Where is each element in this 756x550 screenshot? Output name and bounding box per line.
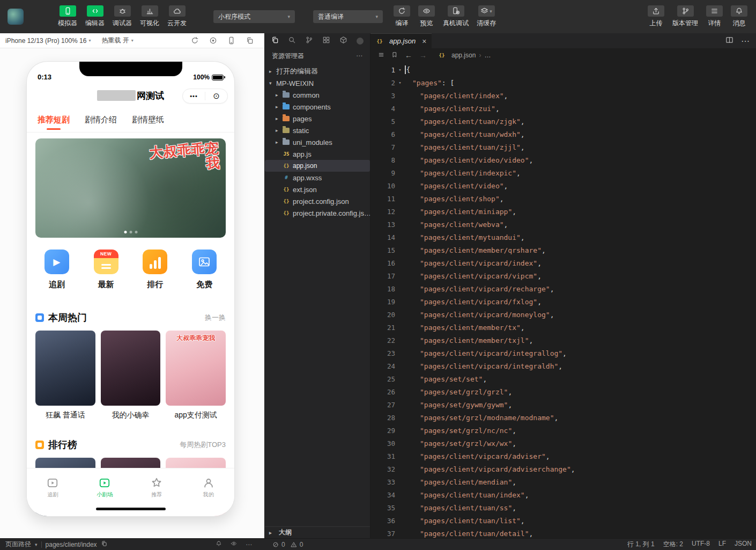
more-dots-icon[interactable]: ••• (183, 93, 205, 99)
shuffle-link[interactable]: 换一换 (205, 313, 226, 322)
quick-ranking[interactable]: 排行 (131, 250, 180, 290)
cloud-dev-button[interactable]: 云开发 (167, 5, 187, 28)
tabbar-follow-drama[interactable]: 追剧 (27, 477, 79, 498)
bookmark-icon[interactable] (391, 52, 398, 60)
search-view-icon[interactable] (288, 36, 296, 46)
upload-button[interactable]: 上传 (648, 5, 664, 28)
code-line: 14 pages/client/mytuandui (370, 231, 756, 244)
tree-file-project-private-config[interactable]: {}project.private.config.js… (265, 207, 370, 219)
tab-app-json[interactable]: {} app.json × (370, 33, 432, 48)
tree-folder-pages[interactable]: ▸pages (265, 113, 370, 124)
encoding[interactable]: UTF-8 (692, 540, 710, 549)
version-manage-label: 版本管理 (672, 19, 698, 28)
simulator-button[interactable]: 模拟器 (58, 5, 77, 28)
outline-section[interactable]: ▸ 大纲 (265, 526, 370, 538)
tabbar-mini-theater[interactable]: 小剧场 (79, 477, 131, 498)
drama-card[interactable]: 大叔乖乖宠我 app支付测试 (166, 331, 226, 420)
debugger-button[interactable]: 调试器 (113, 5, 132, 28)
git-view-icon[interactable] (305, 36, 313, 46)
refresh-simulator-icon[interactable] (191, 36, 199, 45)
device-debug-button[interactable]: 真机调试 (443, 5, 469, 28)
target-close-icon[interactable]: ⊙ (205, 91, 227, 101)
code-editor[interactable]: 1 ▾ { 2 ▾ "pages": [ 3 pages/client/in (370, 62, 756, 538)
tab-plot-intro[interactable]: 剧情介绍 (85, 115, 117, 125)
more-actions-icon[interactable]: ⋯ (741, 36, 750, 46)
clear-cache-button[interactable]: ▾ 清缓存 (477, 5, 496, 28)
messages-button[interactable]: 消息 (731, 5, 747, 28)
line-number: 24 (370, 362, 395, 370)
tabbar-recommend[interactable]: 推荐 (131, 477, 183, 498)
forward-icon[interactable]: → (419, 51, 427, 60)
compile-mode-select[interactable]: 普通编译 ▾ (313, 10, 383, 23)
tree-label: components (293, 103, 331, 111)
close-tab-icon[interactable]: × (422, 37, 426, 46)
fold-icon[interactable]: ▾ (395, 67, 405, 72)
editor-button[interactable]: 编辑器 (85, 5, 105, 28)
drama-card[interactable]: 狂飙 普通话 (35, 331, 95, 420)
indent-setting[interactable]: 空格: 2 (663, 540, 683, 549)
device-select[interactable]: iPhone 12/13 (Pro) 100% 16 (5, 37, 86, 45)
extensions-view-icon[interactable] (339, 36, 347, 46)
fold-icon[interactable]: ▾ (395, 80, 405, 85)
weekly-top3-link[interactable]: 每周热剧TOP3 (180, 440, 226, 450)
compile-button[interactable]: 编译 (394, 5, 410, 28)
tree-open-editors[interactable]: ▸打开的编辑器 (265, 65, 370, 77)
drama-card[interactable]: 我的小确幸 (101, 331, 161, 420)
problems-indicator[interactable]: 0 0 (272, 541, 303, 548)
notify-icon[interactable] (216, 540, 222, 548)
tree-label: MP-WEIXIN (276, 79, 314, 87)
quick-newest[interactable]: NEW 最新 (81, 250, 131, 290)
tree-file-app-js[interactable]: JSapp.js (265, 148, 370, 160)
back-icon[interactable]: ← (405, 51, 412, 60)
quick-follow-drama[interactable]: ▶ 追剧 (32, 250, 81, 290)
tree-file-ext-json[interactable]: {}ext.json (265, 184, 370, 195)
tree-file-app-wxss[interactable]: #app.wxss (265, 172, 370, 184)
outline-list-icon[interactable] (378, 52, 384, 60)
miniprogram-mode-select[interactable]: 小程序模式 ▾ (213, 10, 295, 23)
code-line: 26 pages/set/grzl/grzl (370, 385, 756, 398)
copy-path-icon[interactable] (101, 540, 107, 548)
tabbar-mine[interactable]: 我的 (182, 477, 234, 498)
status-right-group: 行 1, 列 1 空格: 2 UTF-8 LF JSON (627, 540, 752, 549)
page-path-string: pages/client/tuan/wdxh (420, 130, 521, 138)
details-button[interactable]: 详情 (706, 5, 723, 28)
app-logo[interactable] (8, 9, 24, 25)
tree-folder-components[interactable]: ▸components (265, 101, 370, 113)
tree-project-root[interactable]: ▾MP-WEIXIN (265, 77, 370, 89)
device-frame-icon[interactable] (227, 36, 235, 45)
breadcrumb[interactable]: {} app.json › … (438, 52, 491, 59)
cursor-position[interactable]: 行 1, 列 1 (627, 540, 655, 549)
tree-folder-common[interactable]: ▸common (265, 89, 370, 101)
hero-banner[interactable]: 大叔乖乖宠我 (35, 138, 226, 238)
tree-folder-static[interactable]: ▸static (265, 124, 370, 136)
tree-file-app-json[interactable]: {}app.json (265, 160, 370, 172)
page-path-label[interactable]: 页面路径 (5, 540, 31, 549)
grid-view-icon[interactable] (322, 36, 330, 46)
quick-free[interactable]: 免费 (180, 250, 229, 290)
section-icon (35, 313, 44, 322)
main-area: iPhone 12/13 (Pro) 100% 16 ▾ 热重载 开 ▾ 0:1… (0, 33, 756, 538)
page-path-string: pages/client/vipcard/fxlog (420, 298, 537, 306)
more-icon[interactable]: ⋯ (246, 541, 252, 548)
version-manage-button[interactable]: 版本管理 (672, 5, 698, 28)
tree-label: uni_modules (293, 138, 332, 146)
multi-window-icon[interactable] (246, 36, 254, 45)
more-actions-icon[interactable]: ⋯ (356, 52, 363, 60)
language-mode[interactable]: JSON (735, 540, 752, 549)
profile-icon[interactable] (357, 38, 364, 45)
page-path-string: pages/set/grzl/wx/wx (420, 439, 512, 448)
visualizer-button[interactable]: 可视化 (140, 5, 159, 28)
tree-folder-uni-modules[interactable]: ▸uni_modules (265, 136, 370, 148)
tab-recommend-drama[interactable]: 推荐短剧 (38, 115, 70, 125)
tree-file-project-config[interactable]: {}project.config.json (265, 195, 370, 207)
files-view-icon[interactable] (271, 36, 279, 46)
page-path-string: pages/client/tuan/zjgk (420, 118, 521, 126)
eol-setting[interactable]: LF (718, 540, 726, 549)
hot-reload-toggle[interactable]: 热重载 开 (101, 36, 129, 45)
tab-plot-wallpaper[interactable]: 剧情壁纸 (132, 115, 164, 125)
record-icon[interactable] (209, 36, 217, 45)
preview-button[interactable]: 预览 (418, 5, 435, 28)
split-editor-icon[interactable] (725, 36, 733, 46)
eye-icon[interactable] (231, 540, 237, 548)
section-title: 本周热门 (48, 311, 87, 324)
